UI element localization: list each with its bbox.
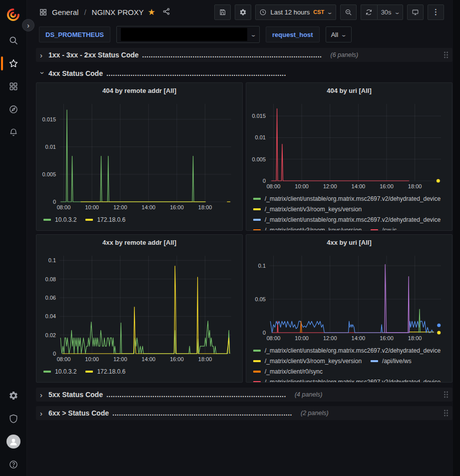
redacted-value (121, 28, 247, 41)
panel-title[interactable]: 404 by remote addr [All] (36, 83, 242, 98)
panel-title[interactable]: 404 by uri [All] (246, 83, 452, 98)
svg-text:18:00: 18:00 (408, 335, 422, 341)
search-icon[interactable] (0, 29, 27, 52)
row-6xx-status-code[interactable]: › 6xx > Status Code ....................… (36, 406, 453, 420)
svg-text:14:00: 14:00 (142, 356, 156, 362)
chart-404-by-uri[interactable]: 08:0010:0012:0014:0016:0018:0000.0050.01… (246, 98, 452, 192)
legend-label: 10.0.3.2 (55, 368, 76, 375)
panel-title[interactable]: 4xx by uri [All] (246, 235, 452, 250)
apps-icon (39, 8, 47, 16)
legend-swatch (253, 350, 261, 352)
scrollbar-track[interactable] (453, 0, 460, 476)
legend-item[interactable]: /_matrix/client/unstable/org.matrix.msc2… (253, 377, 441, 382)
legend-item[interactable]: 10.0.3.2 (43, 366, 76, 377)
svg-text:16:00: 16:00 (170, 356, 184, 362)
chart-legend: 10.0.3.2172.18.0.6 (36, 213, 242, 225)
zoom-out-time-button[interactable] (340, 4, 357, 20)
chart-4xx-by-uri[interactable]: 08:0010:0012:0014:0016:0018:0000.050.1 (246, 250, 452, 344)
row-drag-handle[interactable] (444, 391, 449, 400)
legend-item[interactable]: /_matrix/client/v3/room_keys/version (253, 356, 362, 366)
favorite-star-icon[interactable]: ★ (148, 7, 155, 17)
panel-title[interactable]: 4xx by remote addr [All] (36, 235, 242, 250)
legend-label: /_matrix/client/unstable/org.matrix.msc2… (265, 195, 441, 202)
cycle-view-mode-button[interactable] (407, 4, 424, 20)
svg-text:0.05: 0.05 (255, 296, 266, 302)
legend-item[interactable]: 172.18.0.6 (85, 214, 125, 225)
svg-text:12:00: 12:00 (323, 183, 337, 189)
user-avatar[interactable] (0, 430, 27, 453)
row-1xx-3xx-2xx-status-code[interactable]: › 1xx - 3xx - 2xx Status Code ..........… (36, 48, 453, 62)
chevron-down-icon: ⌄ (341, 32, 347, 37)
legend-item[interactable]: /_matrix/client/unstable/org.matrix.msc2… (253, 345, 441, 356)
row-4xx-status-code[interactable]: › 4xx Status Code ......................… (36, 66, 453, 80)
svg-text:0.1: 0.1 (48, 257, 56, 263)
legend-item[interactable]: /_matrix/client/r0/sync (253, 366, 323, 377)
breadcrumb-folder[interactable]: General (52, 8, 78, 16)
row-title: 1xx - 3xx - 2xx Status Code (48, 51, 139, 59)
row-panel-count: (6 panels) (331, 51, 359, 58)
variable-label-request-host[interactable]: request_host (266, 26, 320, 42)
chart-4xx-by-remote-addr[interactable]: 08:0010:0012:0014:0016:0018:0000.020.040… (36, 250, 242, 365)
panel-4xx-by-uri: 4xx by uri [All] 08:0010:0012:0014:0016:… (246, 234, 453, 383)
legend-item[interactable]: /_matrix/client/v3/room_keys/version (253, 225, 362, 230)
legend-item[interactable]: /sw.js (371, 225, 397, 230)
legend-item[interactable]: /_matrix/client/unstable/org.matrix.msc2… (253, 193, 441, 204)
row-5xx-status-code[interactable]: › 5xx Status Code ......................… (36, 388, 453, 402)
refresh-interval-dropdown[interactable]: 30s ⌄ (377, 4, 403, 20)
legend-item[interactable]: /api/live/ws (371, 356, 412, 366)
legend-label: 172.18.0.6 (97, 216, 125, 223)
legend-item[interactable]: 10.0.3.2 (43, 214, 76, 225)
svg-text:0.005: 0.005 (42, 171, 56, 177)
sidebar-item-explore[interactable] (0, 98, 27, 121)
legend-label: /_matrix/client/v3/room_keys/version (265, 358, 362, 365)
legend-swatch (253, 229, 261, 231)
sidebar-item-server-admin[interactable] (0, 407, 27, 430)
legend-label: /_matrix/client/unstable/org.matrix.msc2… (265, 379, 441, 383)
legend-label: /_matrix/client/r0/sync (265, 368, 323, 375)
dashboard-settings-button[interactable] (235, 4, 251, 20)
sidebar-item-configuration[interactable] (0, 384, 27, 407)
variable-request-host-value: All (331, 31, 338, 38)
page-title[interactable]: NGINX PROXY (92, 8, 144, 16)
variable-request-host-select[interactable]: All ⌄ (326, 26, 352, 42)
row-panel-count: (2 panels) (301, 410, 329, 417)
refresh-group: 30s ⌄ (361, 4, 403, 20)
svg-text:0: 0 (263, 178, 266, 184)
legend-swatch (85, 371, 93, 373)
svg-text:0.04: 0.04 (45, 313, 56, 319)
chart-legend: 10.0.3.2172.18.0.6 (36, 365, 242, 377)
svg-text:0: 0 (53, 351, 56, 357)
svg-text:14:00: 14:00 (142, 204, 156, 210)
time-range-picker[interactable]: Last 12 hours CST ⌄ (255, 4, 336, 20)
chart-legend: /_matrix/client/unstable/org.matrix.msc2… (246, 192, 452, 230)
breadcrumb[interactable]: General / NGINX PROXY (39, 8, 144, 16)
row-drag-handle[interactable] (444, 409, 449, 419)
legend-swatch (371, 360, 378, 362)
more-options-button[interactable]: ⋮ (428, 4, 444, 20)
variable-ds-prometheus-select[interactable]: ⌄ (116, 26, 260, 43)
dashboard-header: General / NGINX PROXY ★ Last 12 hours CS… (27, 0, 460, 24)
sidebar-expand-button[interactable]: › (22, 19, 34, 31)
variable-label-ds-prometheus[interactable]: DS_PROMETHEUS (39, 26, 110, 42)
sidebar-item-help[interactable] (0, 453, 27, 476)
row-title: 4xx Status Code (48, 69, 103, 77)
chart-404-by-remote-addr[interactable]: 08:0010:0012:0014:0016:0018:0000.0050.01… (36, 98, 242, 213)
legend-item[interactable]: /_matrix/client/unstable/org.matrix.msc2… (253, 214, 441, 225)
sidebar-item-starred[interactable] (0, 52, 27, 75)
row-drag-handle[interactable] (444, 51, 449, 60)
sidebar-item-dashboards[interactable] (0, 75, 27, 98)
save-dashboard-button[interactable] (214, 4, 231, 20)
svg-text:0.01: 0.01 (45, 144, 56, 150)
svg-text:18:00: 18:00 (198, 204, 212, 210)
legend-swatch (43, 371, 51, 373)
row-title-leader: ........................................… (106, 69, 286, 77)
legend-label: /api/live/ws (382, 358, 412, 365)
share-icon[interactable] (162, 7, 170, 17)
sidebar-item-alerting[interactable] (0, 121, 27, 144)
refresh-button[interactable] (361, 4, 377, 20)
legend-label: /_matrix/client/unstable/org.matrix.msc2… (265, 216, 441, 223)
legend-item[interactable]: 172.18.0.6 (85, 366, 125, 377)
svg-text:08:00: 08:00 (267, 335, 281, 341)
legend-item[interactable]: /_matrix/client/v3/room_keys/version (253, 204, 362, 214)
gear-icon (239, 8, 247, 16)
